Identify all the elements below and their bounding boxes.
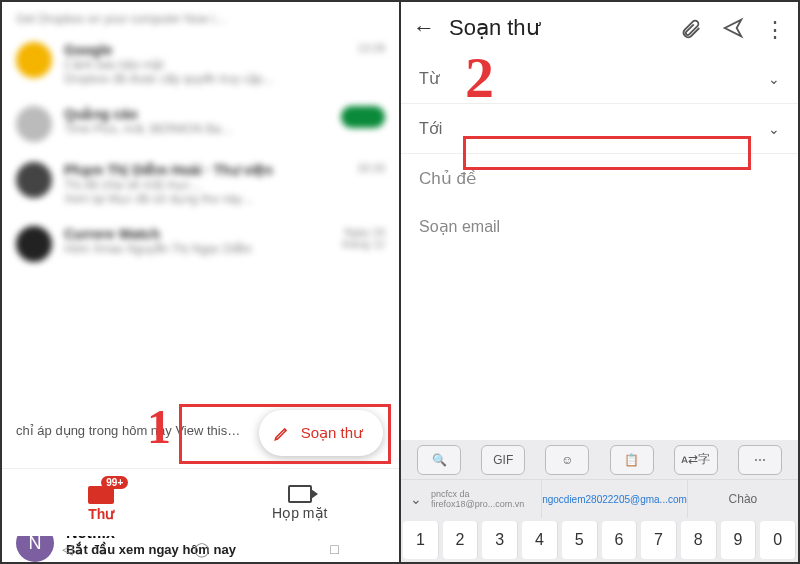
inbox-item[interactable]: Google Cảnh báo bảo mật Dropbox đã được … [2,32,399,96]
compose-toolbar: ← Soạn thư ⋮ [401,2,798,54]
send-icon[interactable] [722,17,744,39]
kb-translate-icon[interactable]: ᴀ⇄字 [674,445,718,475]
body-input[interactable]: Soạn email [401,203,798,250]
android-nav-bar: ◁ ◯ □ [2,536,399,562]
kb-clipboard-icon[interactable]: 📋 [610,445,654,475]
tab-meet[interactable]: Họp mặt [201,469,400,536]
soft-keyboard: 🔍 GIF ☺ 📋 ᴀ⇄字 ⋯ ⌄ pncfcx da firefox18@pr… [401,440,798,562]
bottom-nav: 99+ Thư Họp mặt [2,468,399,536]
keyboard-suggestions: ⌄ pncfcx da firefox18@pro...com.vn ngocd… [401,480,798,518]
kb-search-icon[interactable]: 🔍 [417,445,461,475]
tab-mail[interactable]: 99+ Thư [2,469,201,536]
back-arrow-icon[interactable]: ← [413,15,435,41]
keyboard-toolbar: 🔍 GIF ☺ 📋 ᴀ⇄字 ⋯ [401,440,798,480]
kb-gif-icon[interactable]: GIF [481,445,525,475]
kb-key[interactable]: 7 [641,521,677,559]
kb-key[interactable]: 3 [482,521,518,559]
avatar [16,226,52,262]
more-menu-icon[interactable]: ⋮ [764,17,786,39]
nav-recent-icon[interactable]: □ [330,541,338,557]
compose-pane: ← Soạn thư ⋮ Từ ⌄ Tới ⌄ Chủ đề Soạn emai… [401,2,798,562]
kb-key[interactable]: 0 [760,521,796,559]
avatar [16,106,52,142]
unread-badge: 99+ [101,476,128,489]
chevron-down-icon[interactable]: ⌄ [768,121,780,137]
suggestion-item[interactable]: Chào [688,480,798,518]
attach-icon[interactable] [680,17,702,39]
mail-icon: 99+ [88,484,114,504]
ad-badge [341,106,385,128]
suggestion-item[interactable]: pncfcx da firefox18@pro...com.vn [431,480,542,518]
kb-key[interactable]: 6 [602,521,638,559]
compose-title: Soạn thư [449,15,666,41]
kb-more-icon[interactable]: ⋯ [738,445,782,475]
inbox-item[interactable]: Phạm Thị Diễm Hoài · Thư viện Thị đã chi… [2,152,399,216]
from-field[interactable]: Từ ⌄ [401,54,798,104]
kb-key[interactable]: 4 [522,521,558,559]
inbox-item[interactable]: Quảng cáo Time Plus, mới, BERMON Ba… [2,96,399,152]
video-icon [288,485,312,503]
nav-home-icon[interactable]: ◯ [194,541,210,557]
nav-back-icon[interactable]: ◁ [62,541,73,557]
chevron-down-icon[interactable]: ⌄ [401,480,431,518]
kb-key[interactable]: 1 [403,521,439,559]
suggestion-item[interactable]: ngocdiem28022205@gma...com [542,480,688,518]
avatar [16,42,52,78]
kb-key[interactable]: 9 [721,521,757,559]
annotation-box-2 [463,136,751,170]
kb-key[interactable]: 8 [681,521,717,559]
keyboard-number-row: 1 2 3 4 5 6 7 8 9 0 [401,518,798,562]
annotation-step-1: 1 [147,399,171,454]
kb-key[interactable]: 5 [562,521,598,559]
promo-banner: Get Dropbox on your computer Now i… [2,6,399,32]
inbox-item[interactable]: Currere Watch Hôm Xmas Nguyễn Thị Ngọc D… [2,216,399,272]
annotation-step-2: 2 [465,44,494,111]
inbox-pane: Get Dropbox on your computer Now i… Goog… [2,2,401,562]
annotation-box-1 [179,404,391,464]
avatar [16,162,52,198]
chevron-down-icon[interactable]: ⌄ [768,71,780,87]
kb-emoji-icon[interactable]: ☺ [545,445,589,475]
kb-key[interactable]: 2 [443,521,479,559]
